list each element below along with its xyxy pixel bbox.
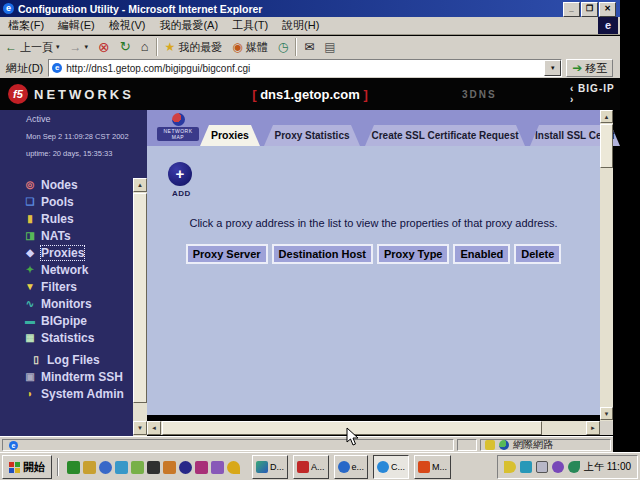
quicklaunch-icon-4[interactable] bbox=[115, 461, 128, 474]
quicklaunch-icon-2[interactable] bbox=[83, 461, 96, 474]
menu-edit[interactable]: 編輯(E) bbox=[58, 18, 95, 33]
sidebar-item-mindterm-ssh[interactable]: ▣Mindterm SSH bbox=[0, 368, 133, 385]
taskbar-button-1[interactable]: D... bbox=[252, 455, 288, 479]
column-header-proxy-server[interactable]: Proxy Server bbox=[186, 244, 268, 264]
add-proxy-button[interactable]: + bbox=[168, 162, 192, 186]
back-dropdown-icon[interactable]: ▾ bbox=[56, 43, 60, 51]
sidebar-item-rules[interactable]: ▮Rules bbox=[0, 210, 133, 227]
toolbar-separator bbox=[295, 38, 297, 56]
statistics-icon: ▦ bbox=[24, 332, 36, 343]
history-button[interactable]: ◷ bbox=[273, 37, 293, 57]
internet-zone-label: 網際網路 bbox=[513, 438, 553, 452]
antivirus-icon[interactable] bbox=[568, 461, 580, 473]
column-header-proxy-type[interactable]: Proxy Type bbox=[377, 244, 450, 264]
quicklaunch-icon-6[interactable] bbox=[147, 461, 160, 474]
tab-proxies[interactable]: Proxies bbox=[200, 125, 260, 146]
tray-app-icon[interactable] bbox=[552, 461, 564, 473]
start-button[interactable]: 開始 bbox=[2, 455, 52, 479]
column-header-delete[interactable]: Delete bbox=[514, 244, 561, 264]
quicklaunch-icon-8[interactable] bbox=[179, 461, 192, 474]
sidebar-item-pools[interactable]: ❏Pools bbox=[0, 193, 133, 210]
unit-status: Active bbox=[26, 114, 133, 124]
menu-file[interactable]: 檔案(F) bbox=[8, 18, 44, 33]
messenger-icon[interactable] bbox=[520, 461, 532, 473]
stop-button[interactable]: ⊗ bbox=[93, 37, 115, 57]
sidebar-item-filters[interactable]: ▼Filters bbox=[0, 278, 133, 295]
display-settings-icon[interactable] bbox=[536, 461, 548, 473]
task4-icon bbox=[377, 461, 389, 473]
history-icon: ◷ bbox=[278, 41, 288, 53]
sidebar-scroll-thumb[interactable] bbox=[133, 193, 147, 403]
quicklaunch-icon-5[interactable] bbox=[131, 461, 144, 474]
quicklaunch-icon-7[interactable] bbox=[163, 461, 176, 474]
sidebar-scroll-up-icon[interactable]: ▲ bbox=[133, 178, 147, 192]
url-input[interactable] bbox=[66, 61, 544, 75]
quicklaunch-icon-3[interactable] bbox=[99, 461, 112, 474]
windows-logo-icon bbox=[9, 462, 20, 473]
content-scroll-down-icon[interactable]: ▼ bbox=[600, 407, 613, 420]
address-dropdown-button[interactable]: ▾ bbox=[544, 60, 561, 76]
quicklaunch-icon-11[interactable] bbox=[227, 461, 240, 474]
forward-dropdown-icon[interactable]: ▾ bbox=[85, 43, 89, 51]
sidebar-item-network[interactable]: ✦Network bbox=[0, 261, 133, 278]
taskbar-button-5[interactable]: M... bbox=[414, 455, 451, 479]
sidebar-item-log-files[interactable]: ▯Log Files bbox=[0, 351, 133, 368]
minimize-button[interactable]: _ bbox=[563, 2, 580, 17]
go-button[interactable]: ➔ 移至 bbox=[566, 59, 613, 77]
sidebar-item-proxies[interactable]: ◆Proxies bbox=[0, 244, 133, 261]
forward-button[interactable]: → ▾ bbox=[65, 37, 94, 57]
sidebar-item-monitors[interactable]: ∿Monitors bbox=[0, 295, 133, 312]
network-map-button[interactable]: NETWORK MAP bbox=[157, 113, 199, 141]
instruction-text: Click a proxy address in the list to vie… bbox=[147, 217, 600, 229]
home-button[interactable]: ⌂ bbox=[136, 37, 154, 57]
quicklaunch-icon-10[interactable] bbox=[211, 461, 224, 474]
quicklaunch-icon-1[interactable] bbox=[67, 461, 80, 474]
sidebar-item-label: Nodes bbox=[41, 178, 78, 192]
close-button[interactable]: ✕ bbox=[599, 2, 616, 17]
back-button[interactable]: ← 上一頁 ▾ bbox=[0, 37, 65, 57]
taskbar-button-3[interactable]: e... bbox=[334, 455, 369, 479]
menu-favorites[interactable]: 我的最愛(A) bbox=[159, 18, 218, 33]
tab-bar: NETWORK MAP Proxies Proxy Statistics Cre… bbox=[147, 110, 600, 146]
taskbar-button-2[interactable]: A... bbox=[293, 455, 329, 479]
menu-view[interactable]: 檢視(V) bbox=[109, 18, 146, 33]
go-label: 移至 bbox=[585, 61, 607, 76]
content-scroll-right-icon[interactable]: ► bbox=[586, 421, 600, 435]
favorites-button[interactable]: ★ 我的最愛 bbox=[160, 37, 228, 57]
sidebar-menu: ◎Nodes ❏Pools ▮Rules ◨NATs ◆Proxies ✦Net… bbox=[0, 176, 133, 402]
stop-icon: ⊗ bbox=[98, 41, 110, 53]
column-header-enabled[interactable]: Enabled bbox=[453, 244, 510, 264]
content-scroll-left-icon[interactable]: ◄ bbox=[147, 421, 161, 435]
tab-proxy-statistics[interactable]: Proxy Statistics bbox=[264, 125, 360, 146]
bigip-link[interactable]: ‹ BIG-IP › bbox=[570, 83, 620, 105]
monitors-icon: ∿ bbox=[24, 298, 36, 309]
sidebar-scroll-down-icon[interactable]: ▼ bbox=[133, 421, 147, 435]
content-scroll-up-icon[interactable]: ▲ bbox=[600, 110, 613, 123]
content-scroll-thumb[interactable] bbox=[600, 124, 613, 168]
maximize-button[interactable]: ❐ bbox=[581, 2, 598, 17]
refresh-button[interactable]: ↻ bbox=[115, 37, 136, 57]
menu-tools[interactable]: 工具(T) bbox=[232, 18, 268, 33]
rules-icon: ▮ bbox=[24, 213, 36, 224]
media-button[interactable]: ◉ 媒體 bbox=[227, 37, 272, 57]
volume-icon[interactable] bbox=[504, 461, 516, 473]
print-button[interactable]: ▤ bbox=[319, 37, 340, 57]
media-label: 媒體 bbox=[246, 40, 268, 55]
column-header-destination-host[interactable]: Destination Host bbox=[272, 244, 373, 264]
taskbar-button-4-active[interactable]: C... bbox=[373, 455, 409, 479]
sidebar-item-label: Rules bbox=[41, 212, 74, 226]
sidebar-item-nats[interactable]: ◨NATs bbox=[0, 227, 133, 244]
menu-help[interactable]: 說明(H) bbox=[282, 18, 319, 33]
tab-create-ssl-certificate-request[interactable]: Create SSL Certificate Request bbox=[365, 125, 525, 146]
sidebar-item-label: Network bbox=[41, 263, 88, 277]
threedns-link[interactable]: 3DNS bbox=[462, 89, 497, 100]
sidebar-item-system-admin[interactable]: ◗System Admin bbox=[0, 385, 133, 402]
mail-button[interactable]: ✉ bbox=[299, 37, 319, 57]
sidebar-item-bigpipe[interactable]: ▬BIGpipe bbox=[0, 312, 133, 329]
clock[interactable]: 上午 11:00 bbox=[584, 460, 631, 474]
sidebar-item-statistics[interactable]: ▦Statistics bbox=[0, 329, 133, 346]
quicklaunch-icon-9[interactable] bbox=[195, 461, 208, 474]
refresh-icon: ↻ bbox=[120, 41, 131, 53]
sidebar-item-nodes[interactable]: ◎Nodes bbox=[0, 176, 133, 193]
window-title-bar[interactable]: e Configuration Utility - Microsoft Inte… bbox=[0, 0, 620, 17]
